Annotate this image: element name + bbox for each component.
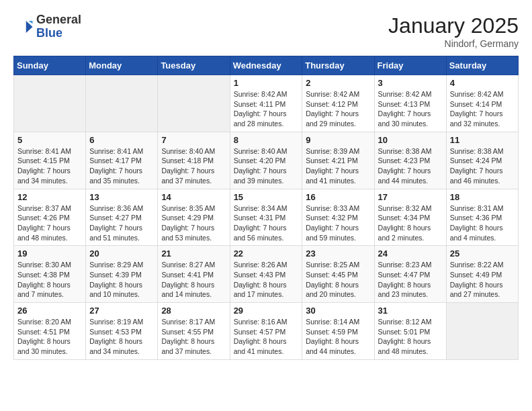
calendar-cell: 28Sunrise: 8:17 AM Sunset: 4:55 PM Dayli… (158, 303, 230, 360)
day-number: 3 (378, 78, 443, 88)
day-info: Sunrise: 8:36 AM Sunset: 4:27 PM Dayligh… (89, 203, 154, 243)
weekday-header: Tuesday (158, 56, 230, 75)
calendar-cell (14, 75, 86, 132)
day-info: Sunrise: 8:35 AM Sunset: 4:29 PM Dayligh… (161, 203, 226, 243)
calendar-cell: 8Sunrise: 8:40 AM Sunset: 4:20 PM Daylig… (230, 132, 302, 189)
calendar-cell: 16Sunrise: 8:33 AM Sunset: 4:32 PM Dayli… (302, 189, 374, 246)
day-info: Sunrise: 8:23 AM Sunset: 4:47 PM Dayligh… (378, 260, 443, 300)
calendar-cell: 10Sunrise: 8:38 AM Sunset: 4:23 PM Dayli… (374, 132, 446, 189)
calendar-cell (86, 75, 158, 132)
day-info: Sunrise: 8:42 AM Sunset: 4:13 PM Dayligh… (378, 89, 443, 129)
logo-icon (13, 17, 34, 37)
day-info: Sunrise: 8:30 AM Sunset: 4:38 PM Dayligh… (17, 260, 82, 300)
calendar-cell: 19Sunrise: 8:30 AM Sunset: 4:38 PM Dayli… (14, 246, 86, 303)
day-number: 17 (378, 192, 443, 202)
day-number: 31 (378, 306, 443, 316)
day-number: 23 (306, 248, 370, 259)
day-info: Sunrise: 8:39 AM Sunset: 4:21 PM Dayligh… (306, 146, 370, 186)
calendar-cell: 4Sunrise: 8:42 AM Sunset: 4:14 PM Daylig… (446, 75, 518, 132)
day-number: 30 (306, 306, 370, 316)
day-info: Sunrise: 8:27 AM Sunset: 4:41 PM Dayligh… (161, 260, 226, 300)
day-number: 18 (450, 192, 515, 202)
day-number: 9 (306, 135, 370, 145)
day-number: 28 (161, 306, 226, 316)
month-title: January 2025 (388, 13, 519, 38)
logo: General Blue (13, 13, 81, 40)
calendar-cell: 23Sunrise: 8:25 AM Sunset: 4:45 PM Dayli… (302, 246, 374, 303)
day-number: 8 (234, 135, 299, 145)
logo-blue: Blue (36, 27, 81, 40)
day-number: 6 (89, 135, 154, 145)
weekday-header: Friday (374, 56, 446, 75)
weekday-header: Thursday (302, 56, 374, 75)
day-info: Sunrise: 8:19 AM Sunset: 4:53 PM Dayligh… (89, 317, 154, 357)
calendar-cell (446, 303, 518, 360)
day-info: Sunrise: 8:14 AM Sunset: 4:59 PM Dayligh… (306, 317, 370, 357)
calendar-week-row: 5Sunrise: 8:41 AM Sunset: 4:15 PM Daylig… (14, 132, 519, 189)
calendar-cell: 1Sunrise: 8:42 AM Sunset: 4:11 PM Daylig… (230, 75, 302, 132)
day-number: 20 (89, 248, 154, 259)
day-number: 27 (89, 306, 154, 316)
calendar-cell: 11Sunrise: 8:38 AM Sunset: 4:24 PM Dayli… (446, 132, 518, 189)
calendar-cell: 22Sunrise: 8:26 AM Sunset: 4:43 PM Dayli… (230, 246, 302, 303)
day-number: 12 (17, 192, 82, 202)
weekday-header: Wednesday (230, 56, 302, 75)
day-info: Sunrise: 8:22 AM Sunset: 4:49 PM Dayligh… (450, 260, 515, 300)
calendar-week-row: 1Sunrise: 8:42 AM Sunset: 4:11 PM Daylig… (14, 75, 519, 132)
day-info: Sunrise: 8:12 AM Sunset: 5:01 PM Dayligh… (378, 317, 443, 357)
day-info: Sunrise: 8:40 AM Sunset: 4:18 PM Dayligh… (161, 146, 226, 186)
svg-marker-1 (29, 21, 33, 24)
day-number: 7 (161, 135, 226, 145)
calendar-cell: 13Sunrise: 8:36 AM Sunset: 4:27 PM Dayli… (86, 189, 158, 246)
day-info: Sunrise: 8:29 AM Sunset: 4:39 PM Dayligh… (89, 260, 154, 300)
calendar-cell: 26Sunrise: 8:20 AM Sunset: 4:51 PM Dayli… (14, 303, 86, 360)
day-number: 21 (161, 248, 226, 259)
day-number: 25 (450, 248, 515, 259)
day-info: Sunrise: 8:25 AM Sunset: 4:45 PM Dayligh… (306, 260, 370, 300)
calendar-cell: 30Sunrise: 8:14 AM Sunset: 4:59 PM Dayli… (302, 303, 374, 360)
day-info: Sunrise: 8:31 AM Sunset: 4:36 PM Dayligh… (450, 203, 515, 243)
day-info: Sunrise: 8:41 AM Sunset: 4:15 PM Dayligh… (17, 146, 82, 186)
calendar-cell: 15Sunrise: 8:34 AM Sunset: 4:31 PM Dayli… (230, 189, 302, 246)
calendar-week-row: 19Sunrise: 8:30 AM Sunset: 4:38 PM Dayli… (14, 246, 519, 303)
calendar-cell: 3Sunrise: 8:42 AM Sunset: 4:13 PM Daylig… (374, 75, 446, 132)
calendar-cell: 24Sunrise: 8:23 AM Sunset: 4:47 PM Dayli… (374, 246, 446, 303)
weekday-header: Saturday (446, 56, 518, 75)
day-number: 11 (450, 135, 515, 145)
day-number: 2 (306, 78, 370, 88)
day-info: Sunrise: 8:32 AM Sunset: 4:34 PM Dayligh… (378, 203, 443, 243)
location: Nindorf, Germany (388, 38, 519, 49)
day-number: 16 (306, 192, 370, 202)
calendar-cell: 7Sunrise: 8:40 AM Sunset: 4:18 PM Daylig… (158, 132, 230, 189)
day-number: 10 (378, 135, 443, 145)
day-info: Sunrise: 8:38 AM Sunset: 4:23 PM Dayligh… (378, 146, 443, 186)
calendar-cell: 6Sunrise: 8:41 AM Sunset: 4:17 PM Daylig… (86, 132, 158, 189)
calendar-cell: 2Sunrise: 8:42 AM Sunset: 4:12 PM Daylig… (302, 75, 374, 132)
day-info: Sunrise: 8:38 AM Sunset: 4:24 PM Dayligh… (450, 146, 515, 186)
page-header: General Blue January 2025 Nindorf, Germa… (13, 13, 519, 49)
day-number: 14 (161, 192, 226, 202)
day-number: 26 (17, 306, 82, 316)
day-info: Sunrise: 8:42 AM Sunset: 4:12 PM Dayligh… (306, 89, 370, 129)
calendar-cell: 9Sunrise: 8:39 AM Sunset: 4:21 PM Daylig… (302, 132, 374, 189)
calendar-cell: 12Sunrise: 8:37 AM Sunset: 4:26 PM Dayli… (14, 189, 86, 246)
day-number: 22 (234, 248, 299, 259)
calendar-cell: 14Sunrise: 8:35 AM Sunset: 4:29 PM Dayli… (158, 189, 230, 246)
day-number: 29 (234, 306, 299, 316)
calendar-cell: 29Sunrise: 8:16 AM Sunset: 4:57 PM Dayli… (230, 303, 302, 360)
day-info: Sunrise: 8:26 AM Sunset: 4:43 PM Dayligh… (234, 260, 299, 300)
day-info: Sunrise: 8:37 AM Sunset: 4:26 PM Dayligh… (17, 203, 82, 243)
day-info: Sunrise: 8:42 AM Sunset: 4:11 PM Dayligh… (234, 89, 299, 129)
day-info: Sunrise: 8:34 AM Sunset: 4:31 PM Dayligh… (234, 203, 299, 243)
calendar-cell: 31Sunrise: 8:12 AM Sunset: 5:01 PM Dayli… (374, 303, 446, 360)
calendar-cell: 25Sunrise: 8:22 AM Sunset: 4:49 PM Dayli… (446, 246, 518, 303)
day-info: Sunrise: 8:16 AM Sunset: 4:57 PM Dayligh… (234, 317, 299, 357)
day-number: 13 (89, 192, 154, 202)
weekday-header: Monday (86, 56, 158, 75)
title-block: January 2025 Nindorf, Germany (388, 13, 519, 49)
day-number: 4 (450, 78, 515, 88)
weekday-header: Sunday (14, 56, 86, 75)
day-info: Sunrise: 8:17 AM Sunset: 4:55 PM Dayligh… (161, 317, 226, 357)
weekday-header-row: SundayMondayTuesdayWednesdayThursdayFrid… (14, 56, 519, 75)
day-info: Sunrise: 8:20 AM Sunset: 4:51 PM Dayligh… (17, 317, 82, 357)
